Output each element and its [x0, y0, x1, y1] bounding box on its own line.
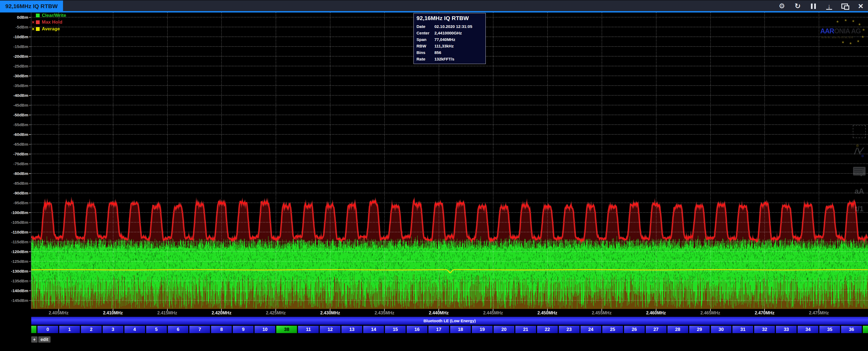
channel-32[interactable]: 32 [754, 326, 775, 333]
info-row-value: 111,33kHz [434, 44, 454, 48]
channel-2[interactable]: 2 [81, 326, 102, 333]
y-axis-tick [29, 242, 31, 242]
band-bar-label: Bluetooth LE (Low Energy) [424, 318, 476, 323]
channel-34[interactable]: 34 [798, 326, 818, 333]
x-axis-tick [384, 309, 385, 311]
measurement-info-box: 92,16MHz IQ RTBW Date02.10.2020 12:31:05… [413, 13, 486, 64]
selection-rectangle-icon[interactable] [851, 124, 867, 139]
channel-25[interactable]: 25 [602, 326, 623, 333]
pause-icon[interactable] [809, 2, 818, 11]
eu-star-icon: ★ [849, 41, 852, 45]
channel-21[interactable]: 21 [515, 326, 536, 333]
y-axis-tick [29, 144, 31, 145]
channel-27[interactable]: 27 [646, 326, 666, 333]
channel-24[interactable]: 24 [581, 326, 601, 333]
channel-22[interactable]: 22 [537, 326, 558, 333]
channel-16[interactable]: 16 [407, 326, 427, 333]
y-axis-tick [29, 183, 31, 184]
y-axis-tick [29, 222, 31, 223]
info-row-label: Date [416, 24, 434, 29]
band-bar-bluetooth-le[interactable]: Bluetooth LE (Low Energy) [31, 317, 868, 325]
x-axis-label: 2.475MHz [800, 311, 838, 315]
channel-30[interactable]: 30 [711, 326, 732, 333]
legend-item-max-hold[interactable]: ×Max Hold [30, 20, 62, 25]
channel-39[interactable] [863, 326, 868, 333]
y-axis-label: -15dBm [1, 44, 28, 49]
channel-12[interactable]: 12 [320, 326, 340, 333]
channel-23[interactable]: 23 [559, 326, 580, 333]
x-axis-tick [113, 309, 113, 311]
export-icon[interactable]: ↓ [825, 2, 834, 11]
channel-4[interactable]: 4 [124, 326, 145, 333]
y-axis-label: -60dBm [1, 132, 28, 137]
x-axis-tick [764, 309, 765, 311]
info-row-label: Span [416, 37, 434, 42]
spectrum-plot-area[interactable]: 0dBm-5dBm-10dBm-15dBm-20dBm-25dBm-30dBm-… [0, 12, 868, 309]
y-axis-label: -70dBm [1, 152, 28, 156]
channel-17[interactable]: 17 [428, 326, 449, 333]
channel-0[interactable]: 0 [37, 326, 58, 333]
x-axis-label: 2.435MHz [365, 311, 403, 315]
y-axis-label: -75dBm [1, 162, 28, 166]
close-icon[interactable]: × [856, 2, 865, 11]
channel-28[interactable]: 28 [668, 326, 688, 333]
channel-11[interactable]: 11 [298, 326, 319, 333]
eu-star-icon: ★ [858, 22, 861, 26]
channel-36[interactable]: 36 [841, 326, 862, 333]
channel-3[interactable]: 3 [103, 326, 123, 333]
readout-table-icon[interactable]: ✓ [851, 163, 867, 179]
add-band-button[interactable]: + [31, 336, 37, 343]
titlebar-toolbar: ⚙↻↓× [777, 1, 865, 12]
channel-15[interactable]: 15 [385, 326, 406, 333]
info-row-label: Center [416, 31, 434, 35]
info-row-rate: Rate132kFFT/s [416, 56, 483, 62]
channel-26[interactable]: 26 [624, 326, 645, 333]
channel-29[interactable]: 29 [689, 326, 710, 333]
channel-8[interactable]: 8 [211, 326, 232, 333]
x-axis-label: 2.425MHz [257, 311, 295, 315]
markers-icon[interactable]: ✓ [851, 144, 867, 160]
channel-7[interactable]: 7 [189, 326, 210, 333]
aaronia-logo-text: AARONIA AG [820, 27, 861, 35]
eu-star-icon: ★ [836, 20, 839, 24]
x-axis-tick [601, 309, 602, 311]
channel-20[interactable]: 20 [494, 326, 514, 333]
channel-33[interactable]: 33 [776, 326, 797, 333]
channel-1[interactable]: 1 [59, 326, 80, 333]
channel-18[interactable]: 18 [450, 326, 471, 333]
legend-hide-icon: × [30, 20, 36, 24]
channel-38[interactable]: 38 [276, 326, 297, 333]
channel-19[interactable]: 19 [472, 326, 493, 333]
y-axis-tick [29, 300, 31, 301]
channel-9[interactable]: 9 [233, 326, 253, 333]
legend-hide-icon: × [30, 27, 36, 31]
x-axis-tick [58, 309, 59, 311]
channel-31[interactable]: 31 [733, 326, 753, 333]
channel-37[interactable] [31, 326, 36, 333]
time-scale-icon[interactable]: t/1 [851, 201, 867, 217]
y-axis-tick [29, 251, 31, 252]
x-axis-label: 2.450MHz [528, 311, 566, 315]
font-size-icon[interactable]: aA [851, 183, 867, 199]
y-axis-label: -85dBm [1, 181, 28, 185]
x-axis-label: 2.455MHz [583, 311, 621, 315]
refresh-icon[interactable]: ↻ [793, 2, 802, 11]
x-axis-label: 2.460MHz [637, 311, 675, 315]
eu-star-icon: ★ [857, 39, 860, 43]
legend-item-clear-write[interactable]: Clear/Write [30, 13, 66, 18]
channel-6[interactable]: 6 [168, 326, 189, 333]
info-row-span: Span77,040MHz [416, 36, 483, 43]
x-axis-label: 2.430MHz [311, 311, 349, 315]
edit-band-button[interactable]: edit [38, 336, 51, 343]
y-axis-tick [29, 164, 31, 164]
channel-5[interactable]: 5 [146, 326, 167, 333]
channel-10[interactable]: 10 [254, 326, 275, 333]
settings-icon[interactable]: ⚙ [777, 2, 786, 11]
channel-14[interactable]: 14 [363, 326, 384, 333]
tab-active[interactable]: 92,16MHz IQ RTBW [0, 1, 63, 12]
channel-13[interactable]: 13 [341, 326, 362, 333]
windows-icon[interactable] [840, 2, 849, 11]
channel-35[interactable]: 35 [819, 326, 840, 333]
y-axis-label: -140dBm [1, 288, 28, 293]
legend-item-average[interactable]: ×Average [30, 27, 60, 31]
